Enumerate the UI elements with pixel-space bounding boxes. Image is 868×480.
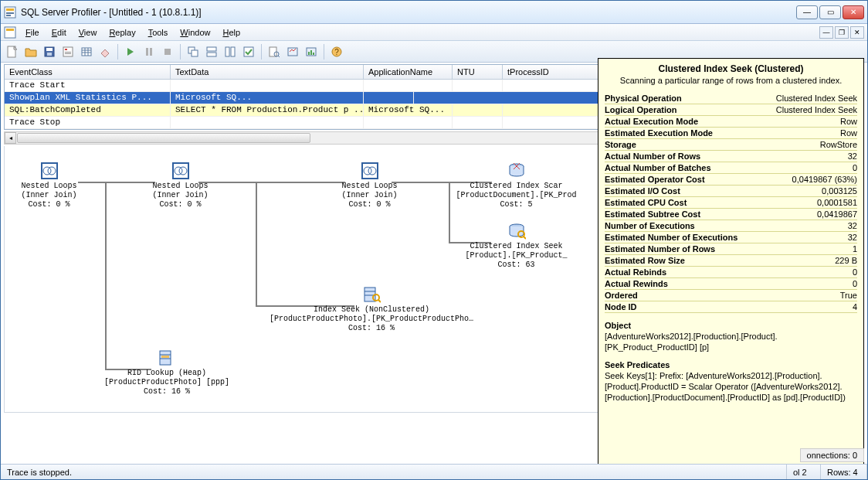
- tb-run[interactable]: [122, 43, 139, 60]
- plan-node-7[interactable]: RID Lookup (Heap) [ProductProductPhoto] …: [97, 349, 236, 397]
- svg-point-46: [364, 167, 371, 175]
- tooltip-subtitle: Scanning a particular range of rows from…: [605, 76, 857, 85]
- svg-rect-3: [6, 15, 11, 16]
- col-textdata[interactable]: TextData: [171, 65, 364, 79]
- svg-rect-42: [173, 163, 188, 179]
- plan-node-1[interactable]: Nested Loops (Inner Join) Cost: 0 %: [12, 162, 86, 209]
- svg-rect-24: [207, 47, 216, 51]
- node-cost: Cost: 0 %: [12, 200, 86, 209]
- node-label: Nested Loops: [144, 182, 217, 191]
- tooltip-object-label: Object: [605, 321, 857, 330]
- tb-window1[interactable]: [185, 43, 202, 60]
- svg-rect-45: [362, 163, 378, 179]
- node-label: Clustered Index Seek: [449, 242, 584, 251]
- clustered-index-scan-icon: [507, 162, 526, 180]
- status-rows: Rows: 4: [821, 465, 867, 479]
- tb-window3[interactable]: [222, 43, 239, 60]
- svg-rect-12: [65, 52, 71, 53]
- col-ntu[interactable]: NTU: [453, 65, 503, 79]
- nested-loops-icon: [40, 162, 59, 180]
- col-eventclass[interactable]: EventClass: [5, 65, 171, 79]
- titlebar: SQL Server Profiler - [Untitled - 1 (10.…: [1, 1, 867, 24]
- svg-rect-26: [225, 47, 229, 56]
- node-sub: [ProductProductPhoto].[PK_ProductProduct…: [259, 315, 483, 324]
- node-sub: [Product].[PK_Product_: [449, 251, 584, 260]
- svg-rect-39: [42, 163, 57, 179]
- svg-rect-60: [161, 356, 169, 358]
- svg-point-43: [175, 167, 182, 175]
- menubar: File Edit View Replay Tools Window Help …: [1, 24, 867, 41]
- tb-properties[interactable]: [59, 43, 76, 60]
- svg-rect-1: [6, 9, 14, 11]
- node-cost: Cost: 16 %: [97, 387, 236, 397]
- rid-lookup-icon: [158, 349, 176, 367]
- scroll-thumb[interactable]: [17, 133, 310, 143]
- svg-point-40: [43, 167, 51, 175]
- app-icon: [4, 6, 16, 19]
- svg-rect-13: [65, 53, 71, 54]
- index-seek-icon: [362, 285, 381, 304]
- node-sub: (Inner Join): [333, 191, 406, 200]
- plan-node-5[interactable]: Clustered Index Seek [Product].[PK_Produ…: [449, 222, 584, 270]
- svg-text:?: ?: [334, 48, 339, 56]
- node-cost: Cost: 0 %: [333, 200, 406, 209]
- node-sub: (Inner Join): [12, 191, 86, 200]
- tb-eraser[interactable]: [97, 43, 114, 60]
- node-label: Nested Loops: [12, 182, 86, 191]
- tooltip-object-text: [AdventureWorks2012].[Production].[Produ…: [605, 331, 857, 352]
- minimize-button[interactable]: —: [796, 5, 818, 19]
- tb-toggle[interactable]: [240, 43, 257, 60]
- plan-node-6[interactable]: Index Seek (NonClustered) [ProductProduc…: [259, 285, 483, 333]
- svg-rect-8: [46, 48, 53, 51]
- menu-replay[interactable]: Replay: [103, 26, 141, 39]
- col-appname[interactable]: ApplicationName: [364, 65, 453, 79]
- svg-rect-28: [244, 47, 253, 56]
- tooltip-seek-label: Seek Predicates: [605, 360, 857, 369]
- menu-help[interactable]: Help: [216, 26, 246, 39]
- plan-node-3[interactable]: Nested Loops (Inner Join) Cost: 0 %: [333, 162, 406, 209]
- svg-rect-36: [313, 53, 314, 55]
- node-cost: Cost: 16 %: [259, 324, 483, 333]
- scroll-left[interactable]: ◂: [5, 132, 16, 144]
- menu-edit[interactable]: Edit: [46, 26, 73, 39]
- menu-view[interactable]: View: [73, 26, 103, 39]
- node-label: Clustered Index Scar: [449, 182, 584, 191]
- tb-save[interactable]: [41, 43, 58, 60]
- svg-rect-25: [207, 53, 216, 56]
- svg-rect-14: [82, 48, 91, 56]
- svg-rect-19: [146, 48, 148, 56]
- menu-window[interactable]: Window: [174, 26, 216, 39]
- nested-loops-icon: [171, 162, 190, 180]
- svg-rect-2: [6, 12, 14, 14]
- tb-template[interactable]: [284, 43, 301, 60]
- mdi-restore[interactable]: ❐: [835, 26, 849, 39]
- tb-new[interactable]: [4, 43, 21, 60]
- node-label: RID Lookup (Heap): [97, 369, 236, 378]
- tooltip-seek-text: Seek Keys[1]: Prefix: [AdventureWorks201…: [605, 370, 857, 403]
- tb-window2[interactable]: [203, 43, 220, 60]
- node-cost: Cost: 63: [449, 260, 584, 270]
- svg-point-47: [368, 167, 376, 175]
- tb-open[interactable]: [22, 43, 39, 60]
- status-col: ol 2: [787, 465, 821, 479]
- tb-tuning[interactable]: [303, 43, 320, 60]
- close-button[interactable]: ✕: [843, 5, 864, 19]
- tb-stop[interactable]: [159, 43, 176, 60]
- mdi-close[interactable]: ✕: [850, 26, 864, 39]
- tb-find[interactable]: [266, 43, 283, 60]
- tb-help[interactable]: ?: [328, 43, 345, 60]
- status-connections: onnections: 0: [800, 448, 864, 462]
- menu-tools[interactable]: Tools: [142, 26, 175, 39]
- maximize-button[interactable]: ▭: [819, 5, 841, 19]
- tb-table[interactable]: [78, 43, 95, 60]
- menu-file[interactable]: File: [19, 26, 46, 39]
- plan-node-2[interactable]: Nested Loops (Inner Join) Cost: 0 %: [144, 162, 217, 209]
- status-trace: Trace is stopped.: [1, 465, 787, 479]
- mdi-icon: [4, 26, 16, 39]
- svg-rect-20: [150, 48, 152, 56]
- mdi-minimize[interactable]: —: [819, 26, 833, 39]
- node-sub: [ProductProductPhoto] [ppp]: [97, 378, 236, 387]
- plan-node-4[interactable]: Clustered Index Scar [ProductDocument].[…: [449, 162, 584, 209]
- node-label: Index Seek (NonClustered): [259, 305, 483, 315]
- tb-pause[interactable]: [141, 43, 158, 60]
